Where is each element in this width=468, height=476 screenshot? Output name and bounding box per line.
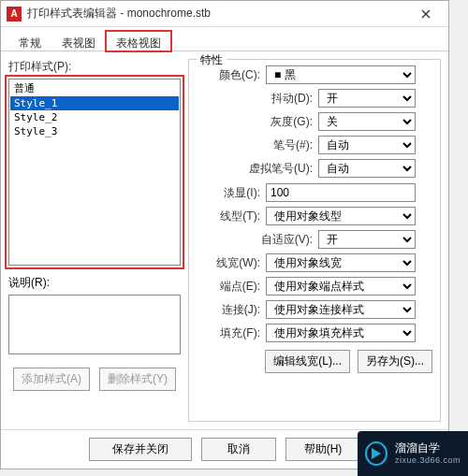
fillstyle-label: 填充(F): — [197, 325, 260, 341]
adaptive-select[interactable]: 开 — [318, 230, 416, 249]
dither-select[interactable]: 开 — [318, 89, 416, 108]
list-item[interactable]: 普通 — [10, 80, 179, 96]
dither-label: 抖动(D): — [197, 91, 313, 107]
lineweight-select[interactable]: 使用对象线宽 — [266, 253, 416, 272]
list-item[interactable]: Style_1 — [10, 96, 179, 110]
endstyle-select[interactable]: 使用对象端点样式 — [266, 277, 416, 296]
grayscale-label: 灰度(G): — [197, 114, 313, 130]
edit-lineweights-button[interactable]: 编辑线宽(L)... — [265, 350, 350, 373]
watermark-brand: 溜溜自学 — [395, 441, 461, 454]
linetype-select[interactable]: 使用对象线型 — [266, 207, 416, 225]
add-style-button[interactable]: 添加样式(A) — [13, 368, 90, 391]
virtualpen-select[interactable]: 自动 — [318, 159, 416, 178]
color-select[interactable]: ■ 黑 — [266, 65, 416, 84]
list-item[interactable]: Style_3 — [10, 124, 179, 138]
app-icon: A — [7, 7, 22, 22]
tab-formview[interactable]: 表格视图 — [106, 31, 171, 51]
cancel-button[interactable]: 取消 — [201, 438, 276, 461]
grayscale-select[interactable]: 关 — [318, 112, 416, 131]
color-label: 颜色(C): — [197, 67, 260, 83]
plot-styles-label: 打印样式(P): — [8, 59, 181, 75]
linetype-label: 线型(T): — [197, 209, 260, 224]
left-panel: 打印样式(P): 普通 Style_1 Style_2 Style_3 说明(R… — [8, 59, 181, 422]
tab-general[interactable]: 常规 — [8, 31, 51, 50]
list-item[interactable]: Style_2 — [10, 110, 179, 124]
joinstyle-label: 连接(J): — [197, 302, 260, 318]
virtualpen-label: 虚拟笔号(U): — [197, 161, 313, 177]
window-title: 打印样式表编辑器 - monochrome.stb — [27, 6, 409, 22]
pen-select[interactable]: 自动 — [318, 136, 416, 154]
adaptive-label: 自适应(V): — [197, 232, 313, 248]
watermark-sub: zixue.3d66.com — [395, 455, 461, 466]
joinstyle-select[interactable]: 使用对象连接样式 — [266, 300, 416, 319]
description-textarea[interactable] — [8, 295, 181, 354]
tab-tableview[interactable]: 表视图 — [51, 31, 106, 50]
endstyle-label: 端点(E): — [197, 279, 260, 295]
help-button[interactable]: 帮助(H) — [285, 438, 360, 461]
properties-panel: 特性 颜色(C): ■ 黑 抖动(D): 开 灰度(G): 关 笔号(#): 自… — [188, 59, 441, 422]
save-as-button[interactable]: 另存为(S)... — [358, 350, 432, 373]
delete-style-button[interactable]: 删除样式(Y) — [99, 368, 176, 391]
lineweight-label: 线宽(W): — [197, 255, 260, 271]
fillstyle-select[interactable]: 使用对象填充样式 — [266, 324, 416, 342]
properties-title: 特性 — [197, 52, 227, 68]
pen-label: 笔号(#): — [197, 137, 313, 153]
screening-label: 淡显(I): — [197, 185, 260, 201]
plot-styles-listbox[interactable]: 普通 Style_1 Style_2 Style_3 — [8, 79, 181, 266]
content-area: 打印样式(P): 普通 Style_1 Style_2 Style_3 说明(R… — [1, 51, 448, 429]
tab-bar: 常规 表视图 表格视图 — [1, 27, 448, 51]
editor-window: A 打印样式表编辑器 - monochrome.stb 常规 表视图 表格视图 … — [0, 0, 449, 469]
description-label: 说明(R): — [8, 275, 181, 291]
play-icon — [365, 441, 388, 466]
save-close-button[interactable]: 保存并关闭 — [89, 438, 192, 461]
screening-input[interactable] — [266, 183, 416, 202]
close-icon[interactable] — [409, 5, 443, 23]
titlebar: A 打印样式表编辑器 - monochrome.stb — [1, 1, 448, 27]
watermark-badge: 溜溜自学 zixue.3d66.com — [358, 431, 468, 476]
